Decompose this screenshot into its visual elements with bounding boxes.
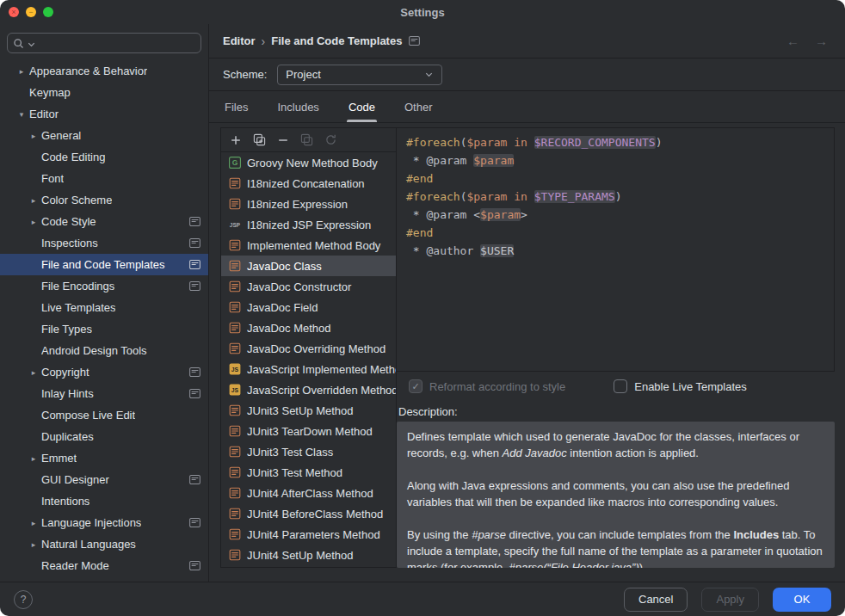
- template-item-implemented-method-body[interactable]: Implemented Method Body: [221, 235, 396, 256]
- template-file-icon: [228, 280, 242, 293]
- template-item-label: JUnit4 AfterClass Method: [247, 487, 373, 500]
- sidebar-item-intentions[interactable]: Intentions: [0, 490, 208, 512]
- template-list-panel: GGroovy New Method BodyI18nized Concaten…: [220, 127, 397, 568]
- monitor-icon: [189, 475, 200, 484]
- chevron-right-icon[interactable]: ▸: [28, 196, 40, 205]
- sidebar-item-duplicates[interactable]: Duplicates: [0, 426, 208, 447]
- sidebar-item-code-editing[interactable]: Code Editing: [0, 146, 208, 168]
- template-editor[interactable]: #foreach($param in $RECORD_COMPONENTS) *…: [397, 127, 835, 372]
- sidebar-item-file-and-code-templates[interactable]: File and Code Templates: [0, 254, 208, 275]
- remove-template-button[interactable]: [277, 134, 289, 146]
- sidebar-item-emmet[interactable]: ▸Emmet: [0, 447, 208, 469]
- sidebar-item-color-scheme[interactable]: ▸Color Scheme: [0, 189, 208, 211]
- sidebar-item-label: Font: [41, 172, 64, 185]
- tab-includes[interactable]: Includes: [275, 91, 320, 122]
- minimize-button[interactable]: [26, 7, 36, 17]
- template-item-label: I18nized Expression: [247, 198, 348, 211]
- tab-other[interactable]: Other: [403, 91, 435, 122]
- template-file-icon: [228, 446, 242, 458]
- breadcrumb-editor[interactable]: Editor: [223, 34, 256, 47]
- live-templates-option[interactable]: Enable Live Templates: [614, 379, 747, 393]
- chevron-down-icon[interactable]: ▾: [15, 110, 28, 119]
- sidebar-item-file-encodings[interactable]: File Encodings: [0, 275, 208, 297]
- template-item-label: JavaDoc Constructor: [247, 280, 351, 293]
- sidebar-item-reader-mode[interactable]: Reader Mode: [0, 555, 208, 576]
- ok-button[interactable]: OK: [773, 588, 831, 612]
- sidebar-item-file-types[interactable]: File Types: [0, 318, 208, 340]
- sidebar-item-appearance-behavior[interactable]: ▸Appearance & Behavior: [0, 60, 208, 82]
- code-line: #end: [406, 169, 824, 188]
- sidebar-item-natural-languages[interactable]: ▸Natural Languages: [0, 533, 208, 555]
- template-item-junit3-test-class[interactable]: JUnit3 Test Class: [221, 441, 396, 462]
- sidebar-item-inspections[interactable]: Inspections: [0, 232, 208, 254]
- chevron-right-icon[interactable]: ▸: [28, 132, 40, 140]
- scheme-select[interactable]: Project: [277, 65, 442, 85]
- code-line: * @param <$param>: [406, 206, 824, 224]
- template-item-label: JavaDoc Field: [247, 301, 318, 314]
- chevron-right-icon[interactable]: ▸: [28, 519, 40, 527]
- chevron-down-icon: [424, 70, 434, 79]
- template-item-javadoc-constructor[interactable]: JavaDoc Constructor: [221, 276, 396, 297]
- template-list: GGroovy New Method BodyI18nized Concaten…: [221, 152, 396, 567]
- create-template-button[interactable]: [230, 134, 242, 146]
- sidebar-item-code-style[interactable]: ▸Code Style: [0, 211, 208, 232]
- forward-button[interactable]: →: [815, 34, 828, 48]
- chevron-right-icon[interactable]: ▸: [28, 368, 40, 377]
- sidebar-item-language-injections[interactable]: ▸Language Injections: [0, 512, 208, 533]
- chevron-right-icon[interactable]: ▸: [28, 540, 40, 549]
- sidebar-item-label: Inlay Hints: [41, 387, 94, 400]
- help-button[interactable]: ?: [14, 590, 33, 609]
- template-item-javascript-overridden-method[interactable]: JSJavaScript Overridden Method: [221, 379, 396, 400]
- sidebar-item-android-design-tools[interactable]: Android Design Tools: [0, 340, 208, 361]
- settings-search-input[interactable]: [7, 33, 201, 53]
- template-item-junit4-parameters-method[interactable]: JUnit4 Parameters Method: [221, 524, 396, 545]
- sidebar-item-compose-live-edit[interactable]: Compose Live Edit: [0, 404, 208, 426]
- sidebar-item-inlay-hints[interactable]: Inlay Hints: [0, 383, 208, 404]
- titlebar[interactable]: Settings: [0, 0, 845, 24]
- template-item-javascript-implemented-method[interactable]: JSJavaScript Implemented Method: [221, 359, 396, 379]
- close-button[interactable]: [9, 7, 19, 17]
- live-templates-checkbox[interactable]: [614, 379, 627, 393]
- template-item-junit4-setup-method[interactable]: JUnit4 SetUp Method: [221, 545, 396, 565]
- sidebar-item-label: Inspections: [41, 237, 98, 249]
- template-item-junit4-beforeclass-method[interactable]: JUnit4 BeforeClass Method: [221, 503, 396, 524]
- monitor-icon: [189, 389, 200, 398]
- sidebar-item-editor[interactable]: ▾Editor: [0, 103, 208, 125]
- cancel-button[interactable]: Cancel: [624, 588, 688, 612]
- create-child-template-button[interactable]: [253, 133, 266, 146]
- chevron-right-icon[interactable]: ▸: [15, 67, 28, 76]
- settings-main: Editor › File and Code Templates ← → Sch…: [209, 24, 845, 582]
- template-item-label: JUnit4 BeforeClass Method: [247, 508, 383, 521]
- template-item-i18nized-expression[interactable]: I18nized Expression: [221, 194, 396, 214]
- tab-files[interactable]: Files: [223, 91, 250, 122]
- sidebar-item-live-templates[interactable]: Live Templates: [0, 297, 208, 318]
- sidebar-item-copyright[interactable]: ▸Copyright: [0, 361, 208, 383]
- sidebar-item-gui-designer[interactable]: GUI Designer: [0, 469, 208, 490]
- template-item-i18nized-jsp-expression[interactable]: JSPI18nized JSP Expression: [221, 214, 396, 235]
- template-item-junit3-teardown-method[interactable]: JUnit3 TearDown Method: [221, 421, 396, 441]
- zoom-button[interactable]: [43, 7, 53, 17]
- back-button[interactable]: ←: [786, 34, 799, 48]
- chevron-right-icon[interactable]: ▸: [28, 218, 40, 226]
- sidebar-item-keymap[interactable]: Keymap: [0, 82, 208, 103]
- template-item-i18nized-concatenation[interactable]: I18nized Concatenation: [221, 173, 396, 194]
- code-line: #end: [406, 224, 824, 242]
- template-item-label: JavaDoc Method: [247, 322, 331, 335]
- chevron-right-icon[interactable]: ▸: [28, 454, 40, 463]
- template-item-junit3-setup-method[interactable]: JUnit3 SetUp Method: [221, 400, 396, 421]
- template-item-junit4-afterclass-method[interactable]: JUnit4 AfterClass Method: [221, 483, 396, 503]
- template-item-groovy-new-method-body[interactable]: GGroovy New Method Body: [221, 152, 396, 173]
- template-item-javadoc-field[interactable]: JavaDoc Field: [221, 297, 396, 317]
- traffic-lights: [9, 7, 53, 17]
- template-item-javadoc-overriding-method[interactable]: JavaDoc Overriding Method: [221, 338, 396, 359]
- template-item-label: JavaScript Overridden Method: [247, 384, 396, 397]
- template-item-javadoc-class[interactable]: JavaDoc Class: [221, 256, 396, 276]
- template-item-junit3-test-method[interactable]: JUnit3 Test Method: [221, 462, 396, 483]
- reset-to-default-button: [324, 133, 337, 146]
- template-file-icon: [228, 177, 242, 189]
- sidebar-item-font[interactable]: Font: [0, 168, 208, 189]
- sidebar-item-general[interactable]: ▸General: [0, 125, 208, 146]
- tab-code[interactable]: Code: [347, 91, 377, 122]
- search-history-chevron-icon[interactable]: [27, 40, 36, 49]
- template-item-javadoc-method[interactable]: JavaDoc Method: [221, 317, 396, 338]
